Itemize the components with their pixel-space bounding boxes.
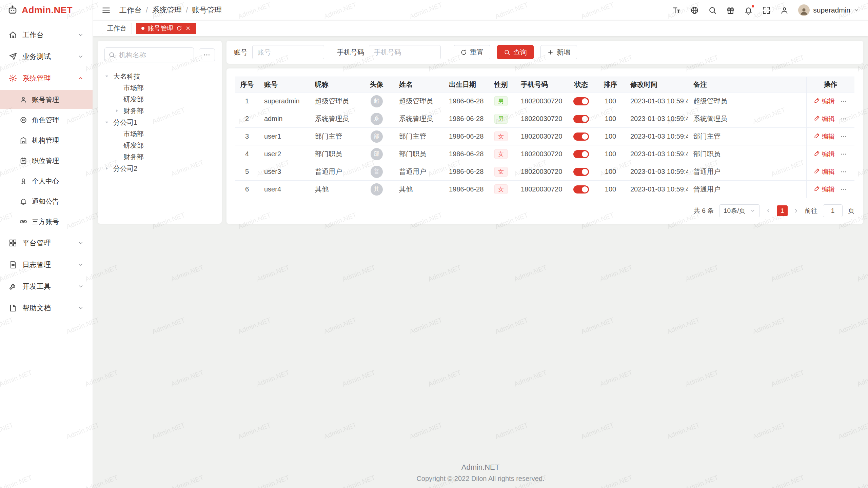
row-more-button[interactable] — [840, 133, 847, 140]
column-header: 操作 — [806, 77, 854, 93]
sidebar-item[interactable]: 帮助文档 — [0, 298, 93, 318]
edit-button[interactable]: 编辑 — [814, 115, 835, 123]
sidebar-item[interactable]: 日志管理 — [0, 255, 93, 274]
cell-avatar: 系 — [359, 110, 394, 128]
page-unit-label: 页 — [848, 206, 854, 215]
gift-icon[interactable] — [726, 6, 735, 15]
user-icon[interactable] — [780, 6, 789, 15]
reset-button[interactable]: 重置 — [454, 45, 490, 59]
cell-gender: 女 — [487, 163, 515, 181]
tree-node[interactable]: 研发部 — [104, 94, 215, 105]
cell-name: 部门主管 — [394, 128, 443, 145]
page-number-button[interactable]: 1 — [777, 205, 788, 216]
row-more-button[interactable] — [840, 168, 847, 175]
phone-label: 手机号码 — [337, 48, 364, 57]
tree-node[interactable]: 市场部 — [104, 82, 215, 94]
sidebar-subitem-label: 职位管理 — [32, 156, 59, 165]
sidebar-item-label: 系统管理 — [22, 74, 51, 83]
header-actions: superadmin — [672, 4, 859, 16]
tab[interactable]: 工作台 — [102, 23, 132, 34]
fullscreen-icon[interactable] — [762, 6, 771, 15]
edit-button[interactable]: 编辑 — [814, 150, 835, 159]
column-header: 姓名 — [394, 77, 443, 93]
edit-button[interactable]: 编辑 — [814, 132, 835, 141]
font-size-icon[interactable] — [672, 6, 681, 15]
close-icon[interactable] — [185, 25, 191, 31]
sidebar-subitem[interactable]: 账号管理 — [0, 90, 93, 109]
breadcrumb-item[interactable]: 账号管理 — [192, 5, 222, 15]
sidebar-subitem[interactable]: 角色管理 — [0, 110, 93, 129]
sidebar-subitem[interactable]: 个人中心 — [0, 171, 93, 190]
tree-node[interactable]: 市场部 — [104, 128, 215, 140]
sidebar-item[interactable]: 系统管理 — [0, 68, 93, 88]
add-button[interactable]: 新增 — [540, 45, 577, 59]
profile-icon — [20, 177, 27, 185]
row-more-button[interactable] — [840, 186, 847, 193]
row-more-button[interactable] — [840, 98, 847, 105]
tree-node[interactable]: 分公司2 — [104, 163, 215, 174]
row-more-button[interactable] — [840, 116, 847, 122]
cell-phone: 18020030720 — [515, 145, 566, 163]
tree-node[interactable]: 财务部 — [104, 105, 215, 117]
search-label: 查询 — [513, 48, 527, 57]
cell-birthdate: 1986-06-28 — [443, 128, 487, 145]
sidebar-subitem[interactable]: 三方账号 — [0, 212, 93, 231]
app-logo[interactable]: Admin.NET — [0, 0, 93, 20]
status-toggle[interactable] — [573, 115, 589, 123]
table-header-row: 序号账号昵称头像姓名出生日期性别手机号码状态排序修改时间备注操作 — [235, 77, 854, 93]
org-search-input[interactable] — [104, 47, 194, 62]
search-button[interactable]: 查询 — [497, 45, 534, 59]
tab[interactable]: 账号管理 — [136, 23, 196, 34]
chevron-down-icon — [78, 262, 84, 268]
tree-caret-spacer — [115, 131, 123, 137]
cell-name: 系统管理员 — [394, 110, 443, 128]
header: 工作台/系统管理/账号管理 superadmin — [93, 0, 868, 20]
next-page-button[interactable] — [793, 208, 799, 214]
column-header: 备注 — [688, 77, 806, 93]
org-more-button[interactable] — [199, 48, 215, 61]
breadcrumb-item[interactable]: 系统管理 — [152, 5, 182, 15]
search-icon[interactable] — [708, 6, 717, 15]
cell-status — [566, 128, 596, 145]
account-input[interactable] — [252, 45, 324, 59]
row-more-button[interactable] — [840, 151, 847, 158]
goto-page-input[interactable] — [823, 204, 843, 217]
tree-caret-icon[interactable] — [115, 108, 123, 114]
edit-button[interactable]: 编辑 — [814, 185, 835, 194]
menu-collapse-icon[interactable] — [102, 6, 111, 15]
sidebar-item[interactable]: 工作台 — [0, 25, 93, 45]
prev-page-button[interactable] — [765, 208, 771, 214]
sidebar-item[interactable]: 开发工具 — [0, 277, 93, 296]
tree-caret-icon[interactable] — [104, 166, 113, 171]
page-size-select[interactable]: 10条/页 — [719, 204, 760, 217]
status-toggle[interactable] — [573, 185, 589, 194]
cell-actions: 编辑 — [806, 128, 854, 145]
cell-nickname: 部门职员 — [310, 145, 359, 163]
org-search-row — [104, 47, 215, 62]
tree-caret-icon[interactable] — [104, 120, 113, 125]
status-toggle[interactable] — [573, 97, 589, 105]
avatar-badge: 普 — [371, 166, 383, 178]
sidebar-subitem[interactable]: 通知公告 — [0, 192, 93, 211]
globe-icon[interactable] — [690, 6, 699, 15]
sidebar-item[interactable]: 平台管理 — [0, 233, 93, 253]
sidebar-subitem[interactable]: 机构管理 — [0, 131, 93, 150]
tree-node[interactable]: 分公司1 — [104, 117, 215, 128]
sidebar-subitem[interactable]: 职位管理 — [0, 151, 93, 170]
tree-caret-icon[interactable] — [104, 74, 113, 79]
refresh-icon[interactable] — [176, 25, 182, 31]
bell-icon[interactable] — [744, 6, 753, 15]
phone-input[interactable] — [369, 45, 441, 59]
status-toggle[interactable] — [573, 150, 589, 158]
user-menu[interactable]: superadmin — [798, 4, 859, 16]
status-toggle[interactable] — [573, 168, 589, 176]
tree-node[interactable]: 研发部 — [104, 140, 215, 151]
status-toggle[interactable] — [573, 133, 589, 141]
tree-node-label: 分公司1 — [113, 118, 137, 127]
edit-button[interactable]: 编辑 — [814, 167, 835, 176]
breadcrumb-item[interactable]: 工作台 — [119, 5, 142, 15]
tree-node[interactable]: 财务部 — [104, 151, 215, 163]
sidebar-item[interactable]: 业务测试 — [0, 47, 93, 66]
tree-node[interactable]: 大名科技 — [104, 70, 215, 82]
edit-button[interactable]: 编辑 — [814, 97, 835, 106]
